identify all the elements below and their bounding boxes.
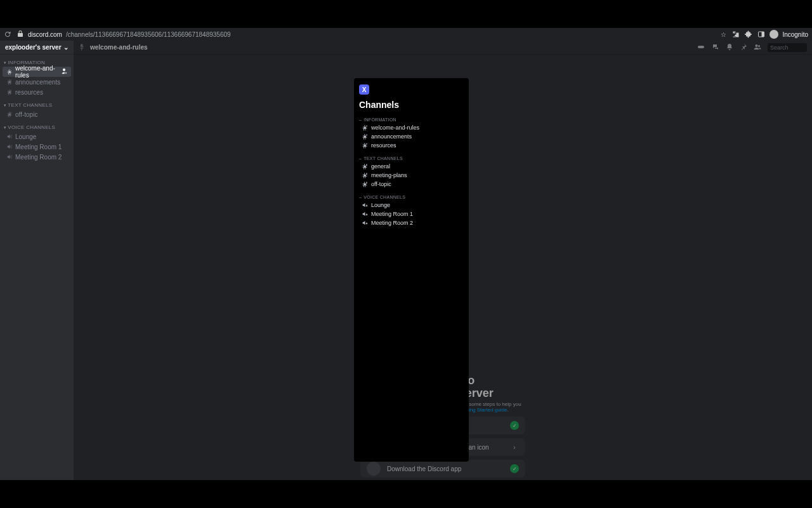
category-text-channels[interactable]: ▾ TEXT CHANNELS bbox=[0, 97, 74, 109]
speaker-lock-icon bbox=[362, 211, 368, 217]
modal-channel-meeting-room-2[interactable]: Meeting Room 2 bbox=[359, 220, 464, 226]
rules-hash-icon bbox=[362, 142, 368, 149]
speaker-icon bbox=[6, 144, 13, 150]
modal-channel-announcements[interactable]: announcements bbox=[359, 133, 464, 140]
modal-channel-welcome-and-rules[interactable]: welcome-and-rules bbox=[359, 124, 464, 131]
bookmark-star-icon[interactable]: ☆ bbox=[719, 30, 728, 39]
lock-icon bbox=[16, 30, 24, 39]
speaker-lock-icon bbox=[362, 220, 368, 226]
translate-icon[interactable] bbox=[731, 30, 740, 39]
speaker-lock-icon bbox=[362, 202, 368, 208]
extensions-icon[interactable] bbox=[744, 30, 753, 39]
server-name: explooder's server bbox=[5, 44, 62, 51]
url-path[interactable]: /channels/1136669671848935606/1136669671… bbox=[66, 31, 231, 38]
speaker-icon bbox=[6, 133, 13, 140]
hash-icon bbox=[6, 69, 13, 75]
channel-resources[interactable]: resources bbox=[3, 87, 71, 97]
server-header[interactable]: explooder's server ⌄ bbox=[0, 41, 74, 55]
letterbox-bottom bbox=[0, 480, 812, 508]
panel-icon[interactable] bbox=[757, 30, 766, 39]
hash-lock-icon bbox=[362, 172, 368, 178]
channel-off-topic[interactable]: off-topic bbox=[3, 109, 71, 119]
browser-reload-button[interactable] bbox=[3, 29, 13, 39]
hash-lock-icon bbox=[362, 163, 368, 170]
browser-chrome-bar: discord.com/channels/1136669671848935606… bbox=[0, 28, 812, 41]
rules-hash-icon bbox=[362, 133, 368, 140]
channel-announcements[interactable]: announcements bbox=[3, 77, 71, 87]
url-host[interactable]: discord.com bbox=[28, 31, 62, 38]
hash-icon bbox=[6, 111, 13, 117]
channel-welcome-and-rules[interactable]: welcome-and-rules bbox=[3, 67, 71, 77]
modal-channel-resources[interactable]: resources bbox=[359, 142, 464, 149]
modal-channel-meeting-plans[interactable]: meeting-plans bbox=[359, 172, 464, 178]
incognito-label: Incognito bbox=[782, 31, 808, 38]
modal-channel-lounge[interactable]: Lounge bbox=[359, 202, 464, 208]
hash-lock-icon bbox=[362, 181, 368, 187]
speaker-icon bbox=[6, 154, 13, 160]
modal-channel-off-topic[interactable]: off-topic bbox=[359, 181, 464, 187]
svg-rect-1 bbox=[762, 32, 764, 37]
modal-channel-general[interactable]: general bbox=[359, 163, 464, 170]
modal-category-information[interactable]: INFORMATION bbox=[359, 117, 464, 122]
channel-meeting-room-1[interactable]: Meeting Room 1 bbox=[3, 142, 71, 152]
channel-meeting-room-2[interactable]: Meeting Room 2 bbox=[3, 152, 71, 162]
modal-category-text-channels[interactable]: TEXT CHANNELS bbox=[359, 156, 464, 161]
modal-title: Channels bbox=[359, 100, 464, 110]
letterbox-top bbox=[0, 0, 812, 28]
modal-channel-meeting-room-1[interactable]: Meeting Room 1 bbox=[359, 211, 464, 217]
rules-hash-icon bbox=[362, 124, 368, 131]
category-voice-channels[interactable]: ▾ VOICE CHANNELS bbox=[0, 119, 74, 131]
hash-icon bbox=[6, 89, 13, 95]
channel-lounge[interactable]: Lounge bbox=[3, 131, 71, 142]
channels-modal: X Channels INFORMATIONwelcome-and-rulesa… bbox=[354, 78, 469, 462]
incognito-avatar-icon[interactable] bbox=[769, 30, 778, 39]
modal-category-voice-channels[interactable]: VOICE CHANNELS bbox=[359, 195, 464, 199]
channel-sidebar: explooder's server ⌄ ▾ INFORMATIONwelcom… bbox=[0, 41, 74, 480]
modal-close-button[interactable]: X bbox=[359, 84, 369, 95]
chevron-down-icon: ⌄ bbox=[63, 44, 69, 51]
invite-icon[interactable] bbox=[61, 68, 67, 76]
hash-icon bbox=[6, 79, 13, 85]
